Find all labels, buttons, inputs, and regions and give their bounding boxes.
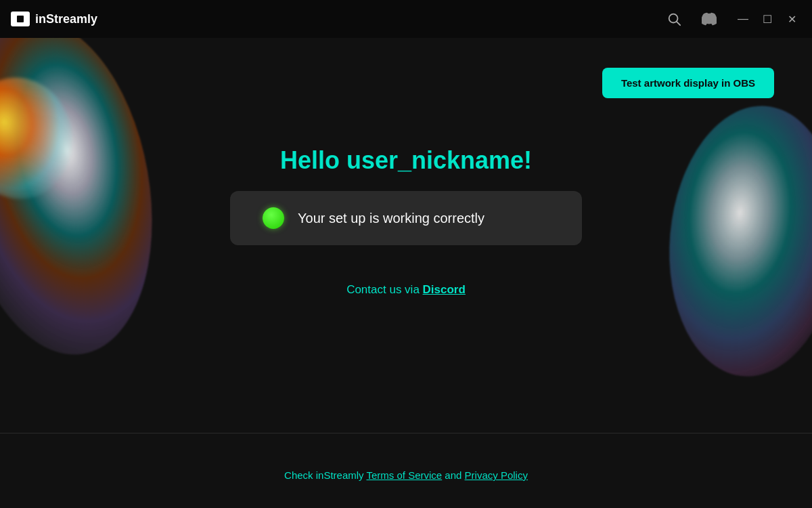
decorative-blob-left-inner [0,69,82,208]
contact-section: Contact us via Discord [346,283,466,297]
close-button[interactable]: ✕ [782,9,801,28]
status-message: Your set up is working correctly [298,211,484,226]
titlebar: inStreamly — ☐ ✕ [0,0,812,38]
search-icon[interactable] [663,8,685,30]
minimize-button[interactable]: — [734,9,752,28]
app-logo: inStreamly [11,12,97,26]
status-card: Your set up is working correctly [230,191,582,245]
test-obs-button[interactable]: Test artwork display in OBS [602,68,774,98]
logo-icon [11,12,30,26]
status-indicator [263,207,284,229]
greeting-heading: Hello user_nickname! [280,146,532,175]
titlebar-controls: — ☐ ✕ [663,8,801,30]
maximize-button[interactable]: ☐ [758,9,777,28]
app-name: inStreamly [35,12,97,26]
footer-prefix: Check inStreamly [284,469,366,481]
discord-icon[interactable] [698,8,720,30]
tos-link[interactable]: Terms of Service [367,469,443,481]
decorative-blob-left [0,38,177,371]
contact-prefix: Contact us via [346,283,422,296]
decorative-blob-right [658,99,812,383]
window-controls: — ☐ ✕ [734,9,801,28]
footer-middle: and [442,469,464,481]
discord-link[interactable]: Discord [423,283,466,296]
privacy-link[interactable]: Privacy Policy [465,469,528,481]
footer: Check inStreamly Terms of Service and Pr… [0,469,812,481]
main-content: Test artwork display in OBS Hello user_n… [0,38,812,508]
section-divider [0,433,812,433]
svg-line-1 [677,22,680,25]
